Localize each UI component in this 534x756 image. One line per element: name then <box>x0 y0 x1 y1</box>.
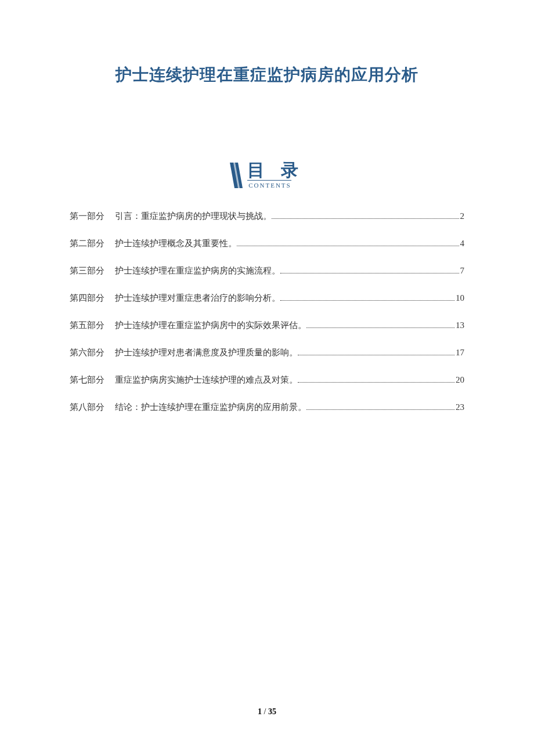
page-footer: 1 / 35 <box>0 707 534 717</box>
toc-entry-title: 护士连续护理在重症监护病房的实施流程。 <box>115 265 280 276</box>
toc-leader-dots <box>298 355 454 355</box>
toc-entry-title: 护士连续护理对患者满意度及护理质量的影响。 <box>115 347 298 358</box>
toc-page-number: 23 <box>456 402 464 412</box>
toc-entry-title: 结论：护士连续护理在重症监护病房的应用前景。 <box>115 402 306 413</box>
toc-page-number: 7 <box>460 266 465 276</box>
toc-page-number: 10 <box>456 293 464 303</box>
toc-item: 第八部分 结论：护士连续护理在重症监护病房的应用前景。 23 <box>70 402 464 413</box>
toc-icon <box>230 163 243 188</box>
footer-current-page: 1 <box>258 707 262 716</box>
toc-leader-dots <box>306 327 454 328</box>
toc-item: 第七部分 重症监护病房实施护士连续护理的难点及对策。 20 <box>70 375 464 386</box>
document-page: 护士连续护理在重症监护病房的应用分析 目 录 CONTENTS 第一部分 引言：… <box>0 0 534 413</box>
footer-separator: / <box>262 707 268 716</box>
toc-entry-title: 引言：重症监护病房的护理现状与挑战。 <box>115 211 272 222</box>
toc-sublabel: CONTENTS <box>247 180 291 189</box>
toc-leader-dots <box>237 246 459 246</box>
toc-part: 第三部分 <box>70 265 104 276</box>
toc-leader-dots <box>280 273 459 273</box>
toc-page-number: 4 <box>460 239 465 249</box>
footer-total-pages: 35 <box>268 707 276 716</box>
toc-item: 第一部分 引言：重症监护病房的护理现状与挑战。 2 <box>70 211 464 222</box>
toc-part: 第七部分 <box>70 375 104 386</box>
toc-page-number: 13 <box>456 321 464 330</box>
toc-part: 第二部分 <box>70 238 104 249</box>
toc-entry-title: 护士连续护理在重症监护病房中的实际效果评估。 <box>115 320 306 331</box>
toc-part: 第六部分 <box>70 347 104 358</box>
toc-item: 第四部分 护士连续护理对重症患者治疗的影响分析。 10 <box>70 293 464 304</box>
toc-page-number: 20 <box>456 375 464 385</box>
toc-leader-dots <box>298 382 454 383</box>
toc-item: 第六部分 护士连续护理对患者满意度及护理质量的影响。 17 <box>70 347 464 358</box>
toc-part: 第五部分 <box>70 320 104 331</box>
toc-leader-dots <box>306 409 454 410</box>
toc-page-number: 2 <box>460 211 465 221</box>
toc-page-number: 17 <box>456 348 464 358</box>
toc-leader-dots <box>272 218 459 219</box>
toc-label-wrap: 目 录 CONTENTS <box>247 161 304 189</box>
toc-part: 第八部分 <box>70 402 104 413</box>
toc-item: 第三部分 护士连续护理在重症监护病房的实施流程。 7 <box>70 265 464 276</box>
toc-entry-title: 重症监护病房实施护士连续护理的难点及对策。 <box>115 375 298 386</box>
toc-header: 目 录 CONTENTS <box>70 161 464 189</box>
document-title: 护士连续护理在重症监护病房的应用分析 <box>70 64 464 86</box>
toc-item: 第五部分 护士连续护理在重症监护病房中的实际效果评估。 13 <box>70 320 464 331</box>
toc-part: 第四部分 <box>70 293 104 304</box>
toc-part: 第一部分 <box>70 211 104 222</box>
toc-entry-title: 护士连续护理对重症患者治疗的影响分析。 <box>115 293 280 304</box>
toc-list: 第一部分 引言：重症监护病房的护理现状与挑战。 2 第二部分 护士连续护理概念及… <box>70 211 464 413</box>
toc-item: 第二部分 护士连续护理概念及其重要性。 4 <box>70 238 464 249</box>
toc-entry-title: 护士连续护理概念及其重要性。 <box>115 238 237 249</box>
toc-label: 目 录 <box>247 161 304 179</box>
toc-leader-dots <box>280 300 454 301</box>
